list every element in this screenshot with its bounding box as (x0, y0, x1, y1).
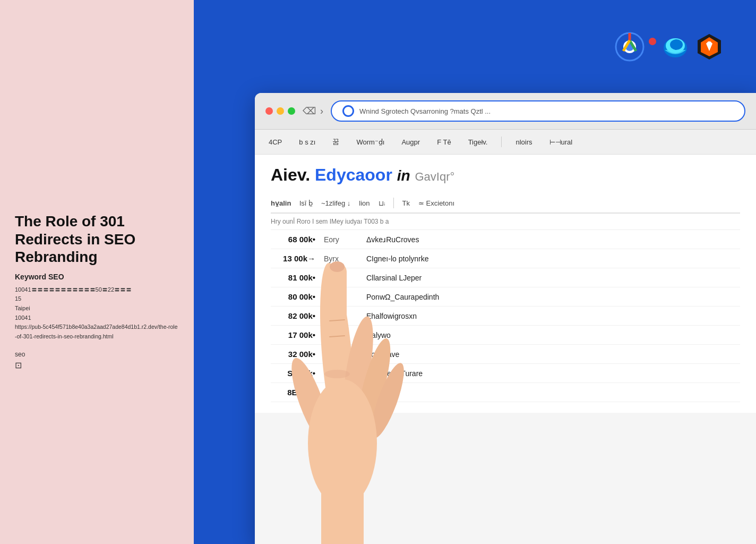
row-num: 80 00k• (271, 292, 324, 301)
browser-content: Aiev. Edycaoor in GavIqr° hv̤alin lsī b̤… (255, 155, 756, 413)
browser-nav: ⌫ › (303, 105, 323, 117)
row-num: 32 00k• (271, 350, 324, 359)
toolbar-item-tigely[interactable]: Tigełv. (465, 136, 491, 148)
toolbar-label-tigely: Tigełv. (468, 138, 488, 146)
table-row: 13 00k→ Byrx CIgneı-lo ptolynrke (271, 249, 740, 268)
meta-zip: 10041 (15, 313, 179, 323)
svg-point-5 (670, 39, 683, 50)
row-desc: Ehalfowigrosxn (366, 312, 740, 320)
table-row: S0 00k• Nillv OhrepemsTurare (271, 364, 740, 383)
toolbar-item-te[interactable]: F Tē (434, 136, 454, 148)
toolbar-item-augpr[interactable]: Augpr (398, 136, 423, 148)
back-icon[interactable]: ⌫ (303, 105, 316, 117)
tag-label: seo (15, 351, 25, 358)
sidebar: The Role of 301 Redirects in SEO Rebrand… (0, 0, 194, 544)
toolbar-item-worm[interactable]: Worm⁻d̤ı (353, 136, 388, 148)
row-name: Rylg (324, 331, 366, 339)
row-num: 82 00k• (271, 311, 324, 320)
row-desc: Cllarsinal LJeper (366, 274, 740, 282)
edge-icon (660, 32, 690, 62)
toolbar-item-ural[interactable]: ⊢⊣ural (546, 136, 576, 148)
row-name: Bory (324, 350, 366, 359)
maximize-button[interactable] (288, 107, 295, 115)
minimize-button[interactable] (277, 107, 284, 115)
toolbar-item-1[interactable]: 4CP (265, 136, 285, 148)
row-name: Eory (324, 235, 366, 244)
chrome-icon (615, 32, 645, 62)
toolbar-label-augpr: Augpr (401, 138, 420, 146)
toolbar-separator (501, 137, 502, 147)
browser-chrome-bar: ⌫ › Wnind Sgrotech Qvsarroning ?mats Qzt… (255, 93, 756, 130)
row-num: 68 00k• (271, 235, 324, 244)
meta-city: Taipei (15, 304, 179, 313)
browser-toolbar: 4CP b s zı 꿈 Worm⁻d̤ı Augpr F Tē Tigełv. (255, 130, 756, 155)
toolbar-label-1: 4CP (269, 138, 282, 146)
table-row: 17 00k• Rylg Dalywo (271, 326, 740, 345)
title-part3-text: in (397, 167, 410, 184)
row-name: Egry (324, 274, 366, 282)
address-bar[interactable]: Wnind Sgrotech Qvsarroning ?mats Qztl ..… (331, 100, 745, 122)
tab-tk[interactable]: Tk (402, 199, 410, 207)
tab-lion[interactable]: lion (359, 199, 370, 207)
toolbar-label-2: b s zı (299, 138, 315, 146)
row-desc: Eowerave (366, 350, 740, 359)
row-num: S0 00k• (271, 369, 324, 378)
toolbar-label-te: F Tē (437, 138, 451, 146)
toolbar-item-nloirs[interactable]: nloirs (512, 136, 535, 148)
tab-lstb[interactable]: lsī b̤ (299, 199, 313, 207)
browser-window: ⌫ › Wnind Sgrotech Qvsarroning ?mats Qzt… (255, 93, 756, 544)
table-row: 8E 00k• (271, 383, 740, 402)
table-row: 80 00k• Bylg PonwΩ_Caurapedinth (271, 287, 740, 307)
toolbar-label-3: 꿈 (332, 137, 339, 147)
table-row: 82 00k• Bury Ehalfowigrosxn (271, 307, 740, 326)
table-subheader: Hry ounĪ Roro I sem IMey iudyaı T003 b a (271, 214, 740, 230)
tab-icon1[interactable]: ⊔ᵢ (379, 199, 385, 207)
data-table: 68 00k• Eory ΔvkeɹRuCroves 13 00k→ Byrx … (271, 230, 740, 402)
main-area: ⌫ › Wnind Sgrotech Qvsarroning ?mats Qzt… (194, 0, 756, 544)
article-category: Keyword SEO (15, 273, 179, 281)
article-url[interactable]: https://pub-5c454f571b8e40a3a2aad27ade84… (15, 324, 178, 339)
tag-icon: ⊡ (15, 360, 179, 370)
title-part1: Aiev. (271, 165, 310, 184)
close-button[interactable] (265, 107, 273, 115)
meta-line1: 10041〓〓〓〓〓〓〓〓〓〓〓50〓22〓〓〓 (15, 285, 179, 295)
table-tabs: hv̤alin lsī b̤ ~1zlifeg ↓ lion ⊔ᵢ Tk ≃ E… (271, 193, 740, 214)
row-name: Nillv (324, 369, 366, 378)
row-num: 17 00k• (271, 330, 324, 339)
row-num: 81 00k• (271, 273, 324, 282)
meta-line2: 15 (15, 294, 179, 304)
notification-dot (649, 38, 656, 45)
row-name: Byrx (324, 254, 366, 263)
toolbar-label-ural: ⊢⊣ural (549, 138, 573, 146)
toolbar-label-nloirs: nloirs (516, 138, 532, 146)
row-name: Bury (324, 312, 366, 320)
row-desc: OhrepemsTurare (366, 369, 740, 378)
toolbar-label-worm: Worm⁻d̤ı (356, 138, 384, 146)
row-name: Bylg (324, 293, 366, 301)
tab-excetion[interactable]: ≃ Excietonı (418, 199, 454, 207)
row-num: 8E 00k• (271, 388, 324, 397)
row-desc: PonwΩ_Caurapedinth (366, 293, 740, 301)
toolbar-item-3[interactable]: 꿈 (329, 135, 342, 149)
forward-icon[interactable]: › (320, 106, 323, 117)
toolbar-item-2[interactable]: b s zı (296, 136, 319, 148)
row-desc: CIgneı-lo ptolynrke (366, 254, 740, 263)
article-title: The Role of 301 Redirects in SEO Rebrand… (15, 212, 179, 266)
table-row: 81 00k• Egry Cllarsinal LJeper (271, 268, 740, 287)
tab-separator (393, 198, 394, 208)
page-title: Aiev. Edycaoor in GavIqr° (271, 165, 740, 185)
tab-filter[interactable]: ~1zlifeg ↓ (321, 199, 350, 207)
row-desc: Dalywo (366, 331, 740, 339)
title-part2: Edycaoor (315, 165, 392, 184)
row-desc: ΔvkeɹRuCroves (366, 235, 740, 244)
table-row: 32 00k• Bory Eowerave (271, 345, 740, 364)
browser-icons-area (615, 32, 724, 62)
brave-icon (694, 32, 724, 62)
traffic-lights (265, 107, 295, 115)
tag-container: seo ⊡ (15, 351, 179, 370)
search-text: Wnind Sgrotech Qvsarroning ?mats Qztl ..… (359, 107, 491, 115)
tab-invalid[interactable]: hv̤alin (271, 199, 291, 207)
table-row: 68 00k• Eory ΔvkeɹRuCroves (271, 230, 740, 249)
cortana-circle (342, 105, 354, 117)
title-part4-text: GavIqr° (415, 170, 455, 183)
